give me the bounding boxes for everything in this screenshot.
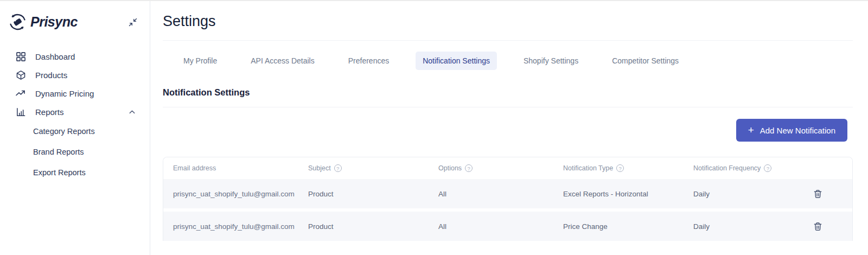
help-icon[interactable]: ? — [334, 164, 342, 172]
column-header-subject: Subject ? — [308, 164, 438, 172]
settings-tabs: My Profile API Access Details Preference… — [163, 52, 853, 70]
prisync-logo-icon — [8, 12, 28, 32]
tab-shopify-settings[interactable]: Shopify Settings — [516, 52, 585, 70]
cell-email: prisync_uat_shopify_tulu@gmail.com — [173, 190, 308, 198]
table-header-row: Email address Subject ? Options ? Notifi… — [163, 157, 852, 179]
add-new-notification-button[interactable]: + Add New Notification — [736, 119, 847, 142]
chevron-up-icon — [129, 109, 136, 116]
delete-trash-icon[interactable] — [813, 189, 823, 199]
cell-notification-type: Excel Reports - Horizontal — [563, 190, 693, 198]
tab-notification-settings[interactable]: Notification Settings — [416, 52, 497, 70]
page-title: Settings — [163, 13, 853, 30]
column-header-options: Options ? — [438, 164, 563, 172]
sidebar-item-reports[interactable]: Reports — [0, 103, 150, 121]
add-button-label: Add New Notification — [760, 126, 835, 135]
tab-api-access-details[interactable]: API Access Details — [244, 52, 322, 70]
sidebar-item-category-reports[interactable]: Category Reports — [0, 121, 150, 142]
sidebar-item-brand-reports[interactable]: Brand Reports — [0, 142, 150, 162]
help-icon[interactable]: ? — [616, 164, 624, 172]
column-header-notification-frequency: Notification Frequency ? — [693, 164, 813, 172]
divider — [163, 40, 853, 41]
column-header-email: Email address — [173, 164, 308, 172]
sidebar: Prisync — [0, 1, 150, 255]
collapse-arrows-icon — [128, 17, 138, 27]
sidebar-item-label: Products — [35, 71, 67, 80]
cell-notification-frequency: Daily — [693, 222, 813, 231]
sidebar-subitem-label: Brand Reports — [33, 148, 84, 156]
sidebar-subitem-label: Category Reports — [33, 127, 95, 136]
tab-preferences[interactable]: Preferences — [341, 52, 396, 70]
reports-submenu: Category Reports Brand Reports Export Re… — [0, 121, 150, 183]
cell-subject: Product — [308, 222, 438, 231]
column-label: Subject — [308, 164, 331, 172]
section-title: Notification Settings — [163, 87, 853, 98]
sidebar-item-export-reports[interactable]: Export Reports — [0, 162, 150, 183]
sidebar-item-dynamic-pricing[interactable]: Dynamic Pricing — [0, 84, 150, 103]
tab-my-profile[interactable]: My Profile — [176, 52, 224, 70]
trending-up-icon — [15, 88, 26, 99]
table-row: prisync_uat_shopify_tulu@gmail.com Produ… — [163, 212, 852, 241]
sidebar-item-label: Dynamic Pricing — [35, 89, 94, 98]
sidebar-nav: Dashboard Products Dyn — [0, 47, 150, 183]
cell-notification-frequency: Daily — [693, 190, 813, 198]
cell-actions — [813, 221, 853, 232]
column-label: Email address — [173, 164, 216, 172]
column-header-notification-type: Notification Type ? — [563, 164, 693, 172]
column-label: Options — [438, 164, 462, 172]
tab-competitor-settings[interactable]: Competitor Settings — [605, 52, 686, 70]
cube-icon — [15, 70, 26, 80]
column-label: Notification Type — [563, 164, 613, 172]
sidebar-item-label: Reports — [35, 107, 64, 117]
main-content: Settings My Profile API Access Details P… — [151, 1, 868, 255]
column-label: Notification Frequency — [693, 164, 761, 172]
cell-actions — [813, 189, 853, 199]
table-row: prisync_uat_shopify_tulu@gmail.com Produ… — [163, 179, 852, 208]
plus-icon: + — [748, 125, 754, 135]
cell-options: All — [438, 222, 563, 231]
cell-notification-type: Price Change — [563, 222, 693, 231]
logo-row: Prisync — [0, 1, 150, 32]
sidebar-subitem-label: Export Reports — [33, 168, 86, 177]
delete-trash-icon[interactable] — [813, 221, 823, 232]
cell-options: All — [438, 190, 563, 198]
cell-email: prisync_uat_shopify_tulu@gmail.com — [173, 222, 308, 231]
sidebar-item-label: Dashboard — [35, 52, 75, 61]
sidebar-collapse-button[interactable] — [127, 16, 139, 28]
bar-chart-icon — [15, 107, 26, 117]
help-icon[interactable]: ? — [764, 164, 771, 172]
toolbar: + Add New Notification — [163, 119, 853, 142]
notifications-table: Email address Subject ? Options ? Notifi… — [163, 157, 853, 241]
settings-page: Prisync — [0, 0, 868, 255]
help-icon[interactable]: ? — [465, 164, 473, 172]
cell-subject: Product — [308, 190, 438, 198]
divider — [163, 107, 853, 107]
sidebar-item-products[interactable]: Products — [0, 66, 150, 84]
sidebar-item-dashboard[interactable]: Dashboard — [0, 47, 150, 66]
dashboard-grid-icon — [15, 52, 26, 62]
logo-wordmark: Prisync — [30, 14, 78, 30]
